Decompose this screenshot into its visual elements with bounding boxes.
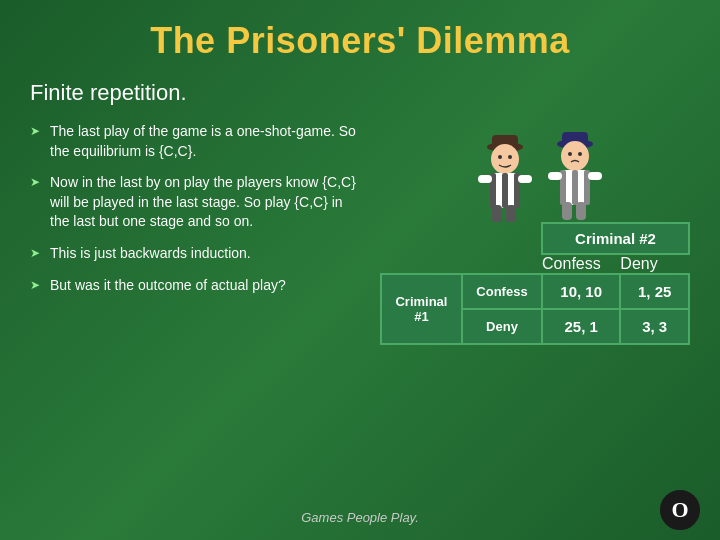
svg-rect-23 [588, 172, 602, 180]
bullet-list: The last play of the game is a one-shot-… [30, 122, 360, 307]
svg-rect-11 [492, 205, 502, 222]
svg-rect-10 [518, 175, 532, 183]
col-deny-header: Deny [620, 254, 689, 274]
slide: The Prisoners' Dilemma Finite repetition… [0, 0, 720, 540]
svg-point-4 [508, 155, 512, 159]
payoff-dc: 25, 1 [542, 309, 620, 344]
svg-rect-24 [562, 202, 572, 220]
slide-title: The Prisoners' Dilemma [30, 20, 690, 62]
payoff-cc: 10, 10 [542, 274, 620, 309]
svg-rect-20 [572, 170, 578, 205]
footer-text: Games People Play. [301, 510, 419, 525]
svg-rect-22 [548, 172, 562, 180]
row-confess-label: Confess [462, 274, 542, 309]
confess-row: Criminal #1 Confess 10, 10 1, 25 [381, 274, 689, 309]
svg-rect-25 [576, 202, 586, 220]
col-confess-header: Confess [542, 254, 620, 274]
prisoner-image [380, 122, 690, 222]
svg-point-2 [491, 144, 519, 174]
svg-rect-9 [478, 175, 492, 183]
svg-point-15 [561, 141, 589, 171]
header-row: Criminal #2 [381, 223, 689, 254]
main-content: The last play of the game is a one-shot-… [30, 122, 690, 345]
prisoners-illustration [450, 122, 620, 222]
game-area: Criminal #2 Confess Deny Criminal #1 Con… [380, 122, 690, 345]
svg-point-17 [578, 152, 582, 156]
bullet-3: This is just backwards induction. [30, 244, 360, 264]
subheader-row: Confess Deny [381, 254, 689, 274]
svg-rect-12 [506, 205, 516, 222]
oregon-logo: O [660, 490, 700, 530]
bullet-1: The last play of the game is a one-shot-… [30, 122, 360, 161]
payoff-dd: 3, 3 [620, 309, 689, 344]
svg-rect-7 [502, 173, 508, 208]
bullet-2: Now in the last by on play the players k… [30, 173, 360, 232]
game-matrix: Criminal #2 Confess Deny Criminal #1 Con… [380, 222, 690, 345]
payoff-cd: 1, 25 [620, 274, 689, 309]
slide-subtitle: Finite repetition. [30, 80, 690, 106]
svg-point-16 [568, 152, 572, 156]
bullet-4: But was it the outcome of actual play? [30, 276, 360, 296]
criminal1-header: Criminal #1 [381, 274, 462, 344]
row-deny-label: Deny [462, 309, 542, 344]
svg-point-3 [498, 155, 502, 159]
criminal2-header: Criminal #2 [542, 223, 689, 254]
